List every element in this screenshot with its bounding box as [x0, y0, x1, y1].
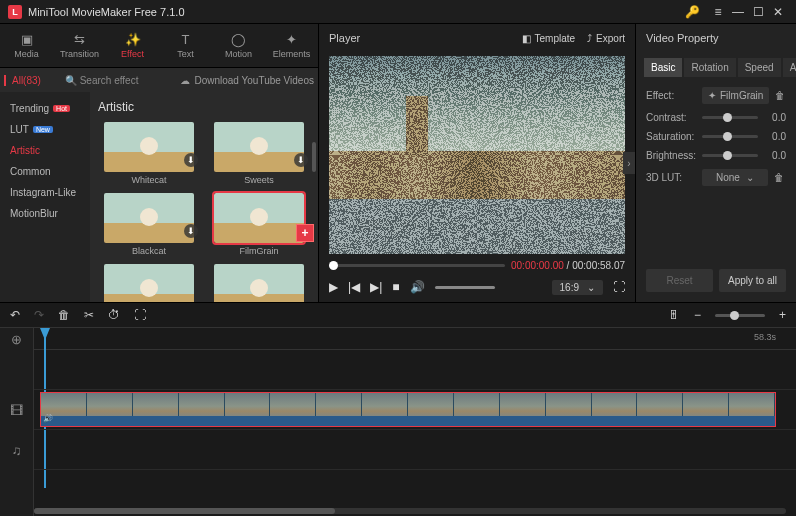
next-frame-button[interactable]: ▶|	[370, 280, 382, 294]
apply-all-button[interactable]: Apply to all	[719, 269, 786, 292]
zoom-in-button[interactable]: +	[779, 308, 786, 322]
overlay-track-icon[interactable]	[0, 350, 33, 390]
prev-frame-button[interactable]: |◀	[348, 280, 360, 294]
stop-button[interactable]: ■	[392, 280, 399, 294]
tab-speed[interactable]: Speed	[738, 58, 781, 77]
timecode: 00:00:00.00 / 00:00:58.07	[511, 260, 625, 271]
split-button[interactable]: ✂	[84, 308, 94, 322]
saturation-label: Saturation:	[646, 131, 696, 142]
redo-button[interactable]: ↷	[34, 308, 44, 322]
export-icon: ⤴	[587, 33, 592, 44]
cat-common[interactable]: Common	[0, 161, 90, 182]
tab-elements[interactable]: ✦Elements	[265, 24, 318, 67]
gallery-scrollbar[interactable]	[312, 142, 316, 172]
cat-lut[interactable]: LUTNew	[0, 119, 90, 140]
app-title: MiniTool MovieMaker Free 7.1.0	[28, 6, 682, 18]
timeline-toolbar: ↶ ↷ 🗑 ✂ ⏱ ⛶ 🎚 − +	[0, 302, 796, 328]
tab-motion[interactable]: ◯Motion	[212, 24, 265, 67]
video-track-icon[interactable]: 🎞	[0, 390, 33, 430]
cat-artistic[interactable]: Artistic	[0, 140, 90, 161]
tab-transition[interactable]: ⇆Transition	[53, 24, 106, 67]
cloud-icon: ☁	[180, 75, 190, 86]
download-link[interactable]: ☁Download YouTube Videos	[180, 75, 314, 86]
saturation-value: 0.0	[764, 131, 786, 142]
add-icon[interactable]: +	[296, 224, 314, 242]
crop-button[interactable]: ⛶	[134, 308, 146, 322]
download-icon[interactable]: ⬇	[294, 153, 308, 167]
menu-icon[interactable]: ≡	[708, 2, 728, 22]
effect-thumb[interactable]: OldFilm	[98, 264, 200, 302]
zoom-slider[interactable]	[715, 314, 765, 317]
delete-lut-icon[interactable]: 🗑	[774, 172, 784, 183]
chevron-down-icon: ⌄	[587, 282, 595, 293]
saturation-slider[interactable]	[702, 135, 758, 138]
tab-effect[interactable]: ✨Effect	[106, 24, 159, 67]
effect-thumb[interactable]: ⬇Blackcat	[98, 193, 200, 256]
download-icon[interactable]: ⬇	[184, 224, 198, 238]
video-preview[interactable]	[329, 56, 625, 254]
lut-select[interactable]: None⌄	[702, 169, 768, 186]
expand-right-icon[interactable]: ›	[623, 152, 635, 174]
cat-trending[interactable]: TrendingHot	[0, 98, 90, 119]
contrast-label: Contrast:	[646, 112, 696, 123]
motion-icon: ◯	[231, 32, 246, 47]
transition-icon: ⇆	[74, 32, 85, 47]
video-clip[interactable]	[40, 392, 776, 427]
app-logo: L	[8, 5, 22, 19]
titlebar: L MiniTool MovieMaker Free 7.1.0 🔑 ≡ — ☐…	[0, 0, 796, 24]
chevron-down-icon: ⌄	[746, 172, 754, 183]
speed-button[interactable]: ⏱	[108, 308, 120, 322]
audio-track[interactable]	[34, 430, 796, 470]
contrast-slider[interactable]	[702, 116, 758, 119]
effect-thumb-selected[interactable]: +FilmGrain	[208, 193, 310, 256]
tab-text[interactable]: TText	[159, 24, 212, 67]
download-icon[interactable]: ⬇	[184, 153, 198, 167]
cat-instagram[interactable]: Instagram-Like	[0, 182, 90, 203]
tab-audio[interactable]: Audio	[783, 58, 796, 77]
play-button[interactable]: ▶	[329, 280, 338, 294]
audio-toggle-icon[interactable]: 🎚	[668, 308, 680, 322]
upgrade-icon[interactable]: 🔑	[682, 2, 702, 22]
search-input[interactable]: 🔍 Search effect	[65, 75, 139, 86]
seek-slider[interactable]	[329, 264, 505, 267]
aspect-select[interactable]: 16:9⌄	[552, 280, 603, 295]
effect-chip[interactable]: ✦FilmGrain	[702, 87, 769, 104]
overlay-track-icon[interactable]: ⊕	[0, 328, 33, 350]
zoom-out-button[interactable]: −	[694, 308, 701, 322]
template-button[interactable]: ◧Template	[522, 33, 576, 44]
volume-icon[interactable]: 🔊	[410, 280, 425, 294]
tab-media[interactable]: ▣Media	[0, 24, 53, 67]
video-track[interactable]	[34, 390, 796, 430]
maximize-button[interactable]: ☐	[748, 2, 768, 22]
tab-rotation[interactable]: Rotation	[684, 58, 735, 77]
tab-basic[interactable]: Basic	[644, 58, 682, 77]
duration-label: 58.3s	[754, 332, 776, 342]
effect-thumb[interactable]: ⬇Whitecat	[98, 122, 200, 185]
export-button[interactable]: ⤴Export	[587, 33, 625, 44]
volume-slider[interactable]	[435, 286, 495, 289]
timeline-ruler[interactable]: 58.3s	[34, 328, 796, 350]
delete-effect-icon[interactable]: 🗑	[775, 90, 785, 101]
timeline: ⊕ 🎞 ♫ 58.3s	[0, 328, 796, 516]
brightness-slider[interactable]	[702, 154, 758, 157]
audio-track-icon[interactable]: ♫	[0, 430, 33, 470]
effect-thumb[interactable]: OldPhoto	[208, 264, 310, 302]
timeline-scrollbar[interactable]	[34, 508, 786, 514]
delete-button[interactable]: 🗑	[58, 308, 70, 322]
reset-button[interactable]: Reset	[646, 269, 713, 292]
lut-label: 3D LUT:	[646, 172, 696, 183]
undo-button[interactable]: ↶	[10, 308, 20, 322]
effect-thumb[interactable]: ⬇Sweets	[208, 122, 310, 185]
brightness-value: 0.0	[764, 150, 786, 161]
overlay-track[interactable]	[34, 350, 796, 390]
clip-audio-lane	[41, 416, 775, 426]
close-button[interactable]: ✕	[768, 2, 788, 22]
elements-icon: ✦	[286, 32, 297, 47]
cat-motionblur[interactable]: MotionBlur	[0, 203, 90, 224]
effect-subbar: All(83) 🔍 Search effect ☁Download YouTub…	[0, 68, 318, 92]
all-filter[interactable]: All(83)	[4, 75, 41, 86]
contrast-value: 0.0	[764, 112, 786, 123]
fullscreen-button[interactable]: ⛶	[613, 280, 625, 294]
minimize-button[interactable]: —	[728, 2, 748, 22]
property-title: Video Property	[636, 24, 796, 52]
